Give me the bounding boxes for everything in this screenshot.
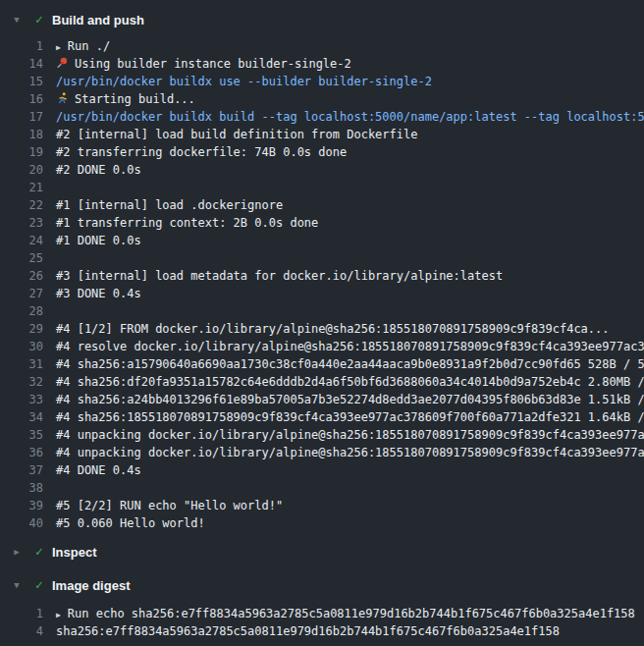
log-lines-build-and-push: 1▶Run ./14Using builder instance builder… (0, 37, 644, 532)
log-line: 27#3 DONE 0.4s (0, 285, 644, 302)
log-text: ▶Run echo sha256:e7ff8834a5963a2785c5a08… (56, 605, 635, 622)
log-line: 21 (0, 179, 644, 196)
line-number[interactable]: 18 (0, 126, 43, 143)
log-line: 29#4 [1/2] FROM docker.io/library/alpine… (0, 320, 644, 338)
log-line: 25 (0, 249, 644, 267)
log-line: 33#4 sha256:a24bb4013296f61e89ba57005a7b… (0, 391, 644, 408)
log-text: #4 sha256:a24bb4013296f61e89ba57005a7b3e… (56, 391, 644, 408)
group-title: Inspect (52, 545, 97, 560)
log-line: 14Using builder instance builder-single-… (0, 55, 644, 73)
success-check-icon: ✓ (27, 8, 51, 31)
log-text: #2 DONE 0.0s (56, 161, 141, 179)
line-number[interactable]: 35 (0, 426, 43, 444)
line-number[interactable]: 37 (0, 461, 43, 479)
line-number[interactable]: 36 (0, 444, 43, 461)
line-number[interactable]: 21 (0, 179, 43, 196)
line-number[interactable]: 28 (0, 302, 43, 320)
log-line: 35#4 unpacking docker.io/library/alpine@… (0, 426, 644, 444)
log-group-build-and-push: ▼ ✓ Build and push 1▶Run ./14Using build… (0, 8, 644, 532)
log-text: #1 [internal] load .dockerignore (56, 196, 283, 214)
log-text: Using builder instance builder-single-2 (56, 55, 351, 73)
log-line: 18#2 [internal] load build definition fr… (0, 126, 644, 143)
line-number[interactable]: 23 (0, 214, 43, 232)
log-group-inspect: ▶ ✓ Inspect (0, 540, 644, 564)
chevron-down-icon[interactable]: ▼ (6, 8, 27, 31)
log-group-image-digest: ▼ ✓ Image digest 1▶Run echo sha256:e7ff8… (0, 573, 644, 640)
log-text: /usr/bin/docker buildx use --builder bui… (56, 73, 432, 90)
chevron-right-icon[interactable]: ▶ (6, 540, 27, 564)
log-line: 32#4 sha256:df20fa9351a15782c64e6dddb2d4… (0, 373, 644, 391)
log-line: 38 (0, 479, 644, 497)
log-text: #5 [2/2] RUN echo "Hello world!" (56, 497, 283, 514)
line-number[interactable]: 4 (0, 622, 43, 640)
line-number[interactable]: 33 (0, 391, 43, 408)
line-number[interactable]: 22 (0, 196, 43, 214)
line-number[interactable]: 20 (0, 161, 43, 179)
log-text: #4 resolve docker.io/library/alpine@sha2… (56, 338, 644, 355)
line-number[interactable]: 17 (0, 108, 43, 126)
line-number[interactable]: 1 (0, 37, 43, 55)
log-text: Starting build... (56, 90, 195, 108)
log-text: #2 transferring dockerfile: 74B 0.0s don… (56, 143, 347, 161)
log-line: 36#4 unpacking docker.io/library/alpine@… (0, 444, 644, 461)
success-check-icon: ✓ (27, 540, 51, 564)
expand-caret-icon[interactable]: ▶ (56, 43, 61, 52)
log-line: 15/usr/bin/docker buildx use --builder b… (0, 73, 644, 90)
success-check-icon: ✓ (27, 573, 51, 597)
log-text: #3 [internal] load metadata for docker.i… (56, 267, 503, 285)
log-text: ▶Run ./ (56, 37, 110, 55)
line-number[interactable]: 25 (0, 249, 43, 267)
line-number[interactable]: 39 (0, 497, 43, 514)
line-number[interactable]: 16 (0, 90, 43, 108)
log-text: #2 [internal] load build definition from… (56, 126, 417, 143)
line-number[interactable]: 27 (0, 285, 43, 302)
line-number[interactable]: 29 (0, 320, 43, 338)
actions-log-viewer: ▼ ✓ Build and push 1▶Run ./14Using build… (0, 0, 644, 646)
log-text: /usr/bin/docker buildx build --tag local… (56, 108, 644, 126)
line-number[interactable]: 24 (0, 232, 43, 249)
log-text: #4 sha256:a15790640a6690aa1730c38cf0a440… (56, 355, 644, 373)
log-text: #1 DONE 0.0s (56, 232, 141, 249)
log-text: #4 DONE 0.4s (56, 461, 141, 479)
log-text: #3 DONE 0.4s (56, 285, 141, 302)
group-header-image-digest[interactable]: ▼ ✓ Image digest (0, 573, 644, 597)
line-number[interactable]: 30 (0, 338, 43, 355)
log-line: 31#4 sha256:a15790640a6690aa1730c38cf0a4… (0, 355, 644, 373)
log-text: #5 0.060 Hello world! (56, 514, 205, 532)
log-line: 28 (0, 302, 644, 320)
log-line: 1▶Run echo sha256:e7ff8834a5963a2785c5a0… (0, 605, 644, 622)
line-number[interactable]: 31 (0, 355, 43, 373)
log-line: 39#5 [2/2] RUN echo "Hello world!" (0, 497, 644, 514)
line-number[interactable]: 14 (0, 55, 43, 73)
runner-icon (56, 92, 69, 104)
log-text: #4 [1/2] FROM docker.io/library/alpine@s… (56, 320, 610, 338)
line-number[interactable]: 34 (0, 408, 43, 426)
log-text: sha256:e7ff8834a5963a2785c5a0811e979d16b… (56, 622, 560, 640)
log-line: 23#1 transferring context: 2B 0.0s done (0, 214, 644, 232)
group-title: Image digest (52, 578, 130, 593)
log-text: #4 unpacking docker.io/library/alpine@sh… (56, 426, 644, 444)
expand-caret-icon[interactable]: ▶ (56, 611, 61, 619)
log-line: 16Starting build... (0, 90, 644, 108)
log-lines-image-digest: 1▶Run echo sha256:e7ff8834a5963a2785c5a0… (0, 605, 644, 640)
chevron-down-icon[interactable]: ▼ (6, 573, 27, 597)
log-line: 37#4 DONE 0.4s (0, 461, 644, 479)
log-text: #4 unpacking docker.io/library/alpine@sh… (56, 444, 644, 461)
line-number[interactable]: 40 (0, 514, 43, 532)
line-number[interactable]: 19 (0, 143, 43, 161)
log-line: 40#5 0.060 Hello world! (0, 514, 644, 532)
line-number[interactable]: 15 (0, 73, 43, 90)
line-number[interactable]: 26 (0, 267, 43, 285)
log-line: 1▶Run ./ (0, 37, 644, 55)
pushpin-icon (56, 57, 69, 69)
line-number[interactable]: 1 (0, 605, 43, 622)
log-line: 22#1 [internal] load .dockerignore (0, 196, 644, 214)
group-header-inspect[interactable]: ▶ ✓ Inspect (0, 540, 644, 564)
line-number[interactable]: 38 (0, 479, 43, 497)
line-number[interactable]: 32 (0, 373, 43, 391)
log-text: #4 sha256:185518070891758909c9f839cf4ca3… (56, 408, 644, 426)
log-line: 20#2 DONE 0.0s (0, 161, 644, 179)
log-line: 4sha256:e7ff8834a5963a2785c5a0811e979d16… (0, 622, 644, 640)
log-line: 34#4 sha256:185518070891758909c9f839cf4c… (0, 408, 644, 426)
group-header-build-and-push[interactable]: ▼ ✓ Build and push (0, 8, 644, 31)
